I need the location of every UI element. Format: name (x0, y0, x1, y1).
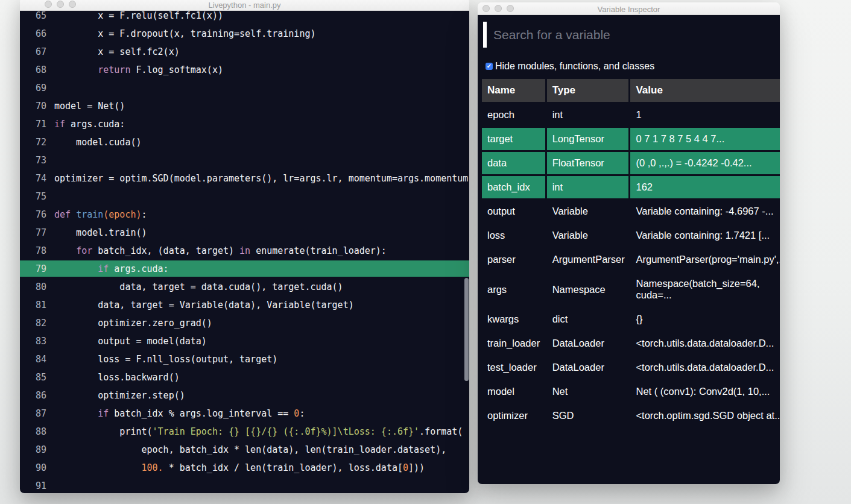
code-token: train (76, 209, 103, 220)
code-token: : (299, 408, 305, 419)
editor-titlebar[interactable]: Livepython - main.py (20, 0, 469, 11)
code-line-71[interactable]: 71if args.cuda: (20, 115, 469, 133)
code-token (54, 462, 142, 473)
cell-value: <torch.utils.data.dataloader.D... (630, 332, 780, 354)
code-token: data, target = data.cuda(), target.cuda(… (54, 282, 343, 292)
code-token: if (54, 119, 65, 130)
table-row-optimizer[interactable]: optimizerSGD<torch.optim.sgd.SGD object … (482, 405, 780, 427)
code-line-76[interactable]: 76def train(epoch): (20, 206, 469, 224)
cell-name: batch_idx (482, 176, 545, 198)
code-line-84[interactable]: 84 loss = F.nll_loss(output, target) (20, 350, 469, 368)
cell-value: {} (630, 308, 780, 330)
code-token: model.train() (54, 227, 147, 238)
code-line-91[interactable]: 91 (20, 477, 469, 493)
code-line-65[interactable]: 65 x = F.relu(self.fc1(x)) (20, 11, 469, 25)
table-row-epoch[interactable]: epochint1 (482, 104, 780, 126)
line-number: 65 (20, 11, 54, 25)
code-line-72[interactable]: 72 model.cuda() (20, 133, 469, 151)
line-number: 75 (20, 187, 54, 206)
cell-value: 1 (630, 104, 780, 126)
editor-window: Livepython - main.py 65 x = F.relu(self.… (20, 0, 469, 493)
column-header-value: Value (630, 79, 780, 102)
code-line-77[interactable]: 77 model.train() (20, 224, 469, 242)
code-line-89[interactable]: 89 epoch, batch_idx * len(data), len(tra… (20, 441, 469, 459)
code-line-67[interactable]: 67 x = self.fc2(x) (20, 43, 469, 61)
line-number: 85 (20, 368, 54, 386)
code-token: output = model(data) (54, 336, 207, 347)
code-line-73[interactable]: 73 (20, 151, 469, 169)
cell-name: target (482, 128, 545, 150)
code-line-86[interactable]: 86 optimizer.step() (20, 386, 469, 405)
cell-type: DataLoader (547, 332, 629, 354)
editor-scrollbar-thumb[interactable] (464, 278, 469, 381)
code-line-70[interactable]: 70model = Net() (20, 97, 469, 115)
code-line-66[interactable]: 66 x = F.dropout(x, training=self.traini… (20, 25, 469, 43)
code-line-75[interactable]: 75 (20, 187, 469, 206)
code-line-87[interactable]: 87 if batch_idx % args.log_interval == 0… (20, 405, 469, 423)
code-token (54, 263, 98, 274)
cell-value: 162 (630, 176, 780, 198)
code-line-74[interactable]: 74optimizer = optim.SGD(model.parameters… (20, 169, 469, 187)
table-row-parser[interactable]: parserArgumentParserArgumentParser(prog=… (482, 248, 780, 271)
code-token: loss = F.nll_loss(output, target) (54, 354, 277, 365)
line-number: 84 (20, 350, 54, 368)
variables-table: Name Type Value epochint1targetLongTenso… (480, 77, 780, 429)
code-line-85[interactable]: 85 loss.backward() (20, 368, 469, 386)
code-token: batch_idx % args.log_interval == (109, 408, 294, 419)
checkmark-icon: ✓ (487, 63, 492, 69)
line-number: 89 (20, 441, 54, 459)
cell-value: <torch.utils.data.dataloader.D... (630, 356, 780, 379)
code-line-68[interactable]: 68 return F.log_softmax(x) (20, 61, 469, 79)
line-number: 71 (20, 115, 54, 133)
line-number: 78 (20, 242, 54, 260)
code-line-81[interactable]: 81 data, target = Variable(data), Variab… (20, 296, 469, 314)
code-line-79[interactable]: 79 if args.cuda: (20, 260, 469, 278)
hide-checkbox-row[interactable]: ✓ Hide modules, functions, and classes (486, 61, 654, 72)
line-number: 66 (20, 25, 54, 43)
table-row-target[interactable]: targetLongTensor0 7 1 7 8 7 5 4 4 7... (482, 128, 780, 150)
cell-name: kwargs (482, 308, 545, 330)
search-input[interactable] (493, 23, 759, 47)
cell-type: dict (547, 308, 629, 330)
code-token: ])) (408, 462, 425, 473)
cell-type: FloatTensor (547, 152, 629, 174)
code-line-83[interactable]: 83 output = model(data) (20, 332, 469, 350)
code-token: batch_idx, (data, target) (92, 245, 239, 256)
column-header-type: Type (547, 79, 629, 102)
code-line-82[interactable]: 82 optimizer.zero_grad() (20, 314, 469, 332)
table-row-model[interactable]: modelNetNet ( (conv1): Conv2d(1, 10,... (482, 380, 780, 403)
inspector-titlebar[interactable]: Variable Inspector (478, 2, 780, 15)
code-token: print( (54, 426, 153, 437)
code-line-78[interactable]: 78 for batch_idx, (data, target) in enum… (20, 242, 469, 260)
table-header-row: Name Type Value (482, 79, 780, 102)
line-number: 69 (20, 79, 54, 97)
code-token: : (142, 209, 147, 220)
code-token: F.log_softmax(x) (130, 65, 223, 75)
table-row-args[interactable]: argsNamespaceNamespace(batch_size=64, cu… (482, 272, 780, 306)
inspector-panel: ✓ Hide modules, functions, and classes N… (478, 15, 780, 484)
table-row-data[interactable]: dataFloatTensor(0 ,0 ,.,.) = -0.4242 -0.… (482, 152, 780, 174)
code-token: 0 (403, 462, 408, 473)
hide-checkbox[interactable]: ✓ (486, 63, 493, 70)
cell-type: Net (547, 380, 629, 403)
code-line-80[interactable]: 80 data, target = data.cuda(), target.cu… (20, 278, 469, 296)
table-row-train_loader[interactable]: train_loaderDataLoader<torch.utils.data.… (482, 332, 780, 354)
table-row-test_loader[interactable]: test_loaderDataLoader<torch.utils.data.d… (482, 356, 780, 379)
cell-name: loss (482, 224, 545, 247)
code-line-90[interactable]: 90 100. * batch_idx / len(train_loader),… (20, 459, 469, 477)
code-editor[interactable]: 65 x = F.relu(self.fc1(x))66 x = F.dropo… (20, 11, 469, 493)
code-line-69[interactable]: 69 (20, 79, 469, 97)
line-number: 76 (20, 206, 54, 224)
table-row-output[interactable]: outputVariableVariable containing: -4.69… (482, 200, 780, 222)
code-line-88[interactable]: 88 print('Train Epoch: {} [{}/{} ({:.0f}… (20, 423, 469, 441)
code-token: enumerate(train_loader): (250, 245, 387, 256)
code-token: optimizer.zero_grad() (54, 318, 212, 329)
line-number: 67 (20, 43, 54, 61)
line-number: 70 (20, 97, 54, 115)
table-row-loss[interactable]: lossVariableVariable containing: 1.7421 … (482, 224, 780, 247)
table-row-kwargs[interactable]: kwargsdict{} (482, 308, 780, 330)
line-number: 86 (20, 386, 54, 405)
inspector-window: Variable Inspector ✓ Hide modules, funct… (478, 2, 780, 484)
table-row-batch_idx[interactable]: batch_idxint162 (482, 176, 780, 198)
cell-value: 0 7 1 7 8 7 5 4 4 7... (630, 128, 780, 150)
